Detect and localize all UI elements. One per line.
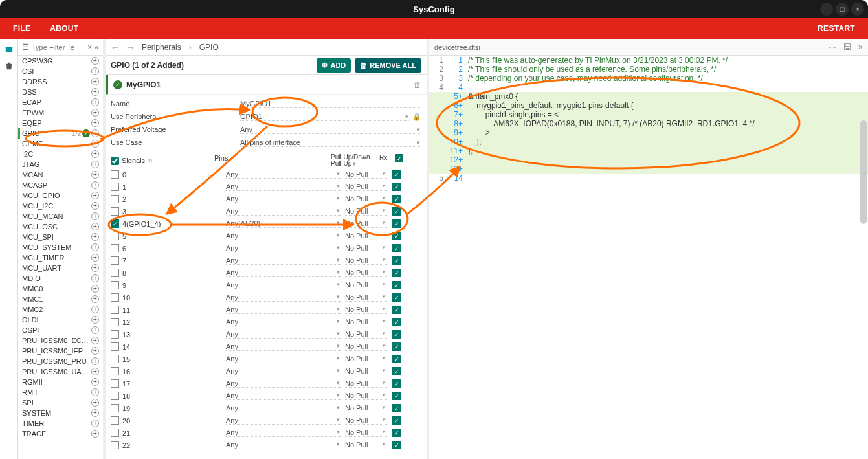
code-line[interactable]: 8+ AM62X_IOPAD(0x0188, PIN_INPUT, 7) /* … bbox=[429, 119, 868, 128]
add-instance-icon[interactable]: + bbox=[91, 150, 99, 158]
minimize-button[interactable]: – bbox=[820, 3, 833, 16]
add-instance-icon[interactable]: + bbox=[91, 316, 99, 324]
rx-checkbox[interactable] bbox=[392, 355, 401, 363]
pin-select[interactable]: Any▾ bbox=[226, 244, 342, 252]
sidebar-item-mcu_mcan[interactable]: MCU_MCAN+ bbox=[18, 211, 103, 221]
signal-checkbox[interactable] bbox=[111, 367, 119, 375]
sidebar-item-mcu_spi[interactable]: MCU_SPI+ bbox=[18, 232, 103, 242]
code-line[interactable]: 7+ pinctrl-single,pins = < bbox=[429, 110, 868, 119]
instance-name[interactable]: MyGPIO1 bbox=[126, 80, 161, 89]
usecase-select[interactable]: All pins of interface▾ bbox=[240, 139, 421, 147]
sidebar-item-jtag[interactable]: JTAG+ bbox=[18, 159, 103, 170]
pin-select[interactable]: Any▾ bbox=[226, 342, 342, 351]
voltage-select[interactable]: Any▾ bbox=[240, 126, 421, 134]
rx-checkbox[interactable] bbox=[392, 392, 401, 400]
add-instance-icon[interactable]: + bbox=[91, 202, 99, 210]
signal-checkbox[interactable] bbox=[111, 342, 119, 351]
pin-select[interactable]: Any▾ bbox=[226, 330, 342, 339]
signal-checkbox[interactable] bbox=[111, 269, 119, 277]
sort-icon[interactable]: ↑↓ bbox=[148, 157, 153, 164]
code-line[interactable]: 514 bbox=[429, 174, 868, 183]
add-button[interactable]: ⊕ADD bbox=[317, 58, 351, 73]
sidebar-item-mcasp[interactable]: MCASP+ bbox=[18, 180, 103, 190]
signal-checkbox[interactable] bbox=[111, 392, 119, 400]
sidebar-item-csi[interactable]: CSI+ bbox=[18, 66, 103, 76]
sidebar-item-ecap[interactable]: ECAP+ bbox=[18, 97, 103, 107]
signal-checkbox[interactable] bbox=[111, 219, 119, 228]
pull-select[interactable]: No Pull▾ bbox=[345, 330, 387, 339]
add-instance-icon[interactable]: + bbox=[91, 223, 99, 230]
crumb-gpio[interactable]: GPIO bbox=[199, 43, 219, 52]
close-code-icon[interactable]: × bbox=[858, 42, 863, 52]
pin-select[interactable]: Any▾ bbox=[226, 379, 342, 388]
sidebar-item-rgmii[interactable]: RGMII+ bbox=[18, 377, 103, 387]
add-instance-icon[interactable]: + bbox=[91, 119, 99, 127]
code-filename[interactable]: devicetree.dtsi bbox=[434, 43, 480, 51]
pin-select[interactable]: Any▾ bbox=[226, 429, 342, 437]
sidebar-item-mcu_gpio[interactable]: MCU_GPIO+ bbox=[18, 190, 103, 201]
add-instance-icon[interactable]: + bbox=[91, 326, 99, 334]
add-instance-icon[interactable]: + bbox=[91, 409, 99, 417]
sidebar-item-mmc1[interactable]: MMC1+ bbox=[18, 294, 103, 304]
pull-select[interactable]: No Pull▾ bbox=[345, 355, 387, 363]
code-line[interactable]: 5+&main_pmx0 { bbox=[429, 92, 868, 101]
rx-checkbox[interactable] bbox=[392, 195, 401, 203]
sidebar-item-pru_icssm0_ua…[interactable]: PRU_ICSSM0_UA…+ bbox=[18, 366, 103, 377]
signal-checkbox[interactable] bbox=[111, 306, 119, 314]
pin-select[interactable]: Any▾ bbox=[226, 256, 342, 265]
about-menu[interactable]: ABOUT bbox=[50, 24, 78, 33]
code-line[interactable]: 11+}; bbox=[429, 146, 868, 155]
add-instance-icon[interactable]: + bbox=[91, 254, 99, 262]
rx-checkbox[interactable] bbox=[392, 256, 401, 265]
signal-checkbox[interactable] bbox=[111, 207, 119, 216]
pin-select[interactable]: Any▾ bbox=[226, 392, 342, 400]
pull-select[interactable]: No Pull▾ bbox=[345, 404, 387, 412]
filter-input[interactable] bbox=[32, 43, 85, 51]
pull-select[interactable]: No Pull▾ bbox=[345, 293, 387, 302]
signal-checkbox[interactable] bbox=[111, 232, 119, 240]
signals-all-checkbox[interactable] bbox=[111, 157, 119, 165]
sidebar-item-mcu_timer[interactable]: MCU_TIMER+ bbox=[18, 252, 103, 263]
signal-checkbox[interactable] bbox=[111, 256, 119, 265]
collapse-icon[interactable]: « bbox=[95, 43, 99, 52]
pin-select[interactable]: Any▾ bbox=[226, 367, 342, 375]
sidebar-item-mmc2[interactable]: MMC2+ bbox=[18, 304, 103, 315]
pin-select[interactable]: Any▾ bbox=[226, 232, 342, 240]
pull-select[interactable]: No Pull▾ bbox=[345, 170, 387, 179]
pull-select[interactable]: No Pull▾ bbox=[345, 219, 387, 228]
rx-checkbox[interactable] bbox=[392, 429, 401, 437]
signals-header[interactable]: Signals bbox=[122, 157, 145, 164]
pin-select[interactable]: Any▾ bbox=[226, 195, 342, 203]
remove-all-button[interactable]: 🗑REMOVE ALL bbox=[355, 58, 421, 73]
pull-select[interactable]: No Pull▾ bbox=[345, 281, 387, 289]
more-icon[interactable]: ⋯ bbox=[828, 42, 836, 52]
signal-checkbox[interactable] bbox=[111, 404, 119, 412]
sidebar-item-mmc0[interactable]: MMC0+ bbox=[18, 284, 103, 294]
pull-select[interactable]: No Pull▾ bbox=[345, 256, 387, 265]
rx-checkbox[interactable] bbox=[392, 219, 401, 228]
signal-checkbox[interactable] bbox=[111, 195, 119, 203]
code-line[interactable]: 11/* This file was auto-generated by TI … bbox=[429, 56, 868, 65]
rx-checkbox[interactable] bbox=[392, 183, 401, 191]
signal-checkbox[interactable] bbox=[111, 355, 119, 363]
pull-select[interactable]: No Pull▾ bbox=[345, 392, 387, 400]
pin-select[interactable]: Any▾ bbox=[226, 416, 342, 425]
add-instance-icon[interactable]: + bbox=[91, 368, 99, 375]
pull-select[interactable]: No Pull▾ bbox=[345, 195, 387, 203]
sidebar-item-mcu_system[interactable]: MCU_SYSTEM+ bbox=[18, 242, 103, 252]
pin-select[interactable]: Any▾ bbox=[226, 207, 342, 216]
pull-select[interactable]: No Pull▾ bbox=[345, 429, 387, 437]
sidebar-item-ospi[interactable]: OSPI+ bbox=[18, 325, 103, 335]
add-instance-icon[interactable]: + bbox=[91, 67, 99, 75]
rx-checkbox[interactable] bbox=[392, 330, 401, 339]
rx-all-checkbox[interactable] bbox=[395, 154, 403, 162]
pin-select[interactable]: Any▾ bbox=[226, 183, 342, 191]
sidebar-item-system[interactable]: SYSTEM+ bbox=[18, 408, 103, 418]
sidebar-item-trace[interactable]: TRACE+ bbox=[18, 429, 103, 439]
pull-select[interactable]: No Pull▾ bbox=[345, 244, 387, 252]
add-instance-icon[interactable]: + bbox=[91, 171, 99, 179]
pull-default-select[interactable]: Pull Up bbox=[331, 161, 351, 167]
rx-checkbox[interactable] bbox=[392, 342, 401, 351]
pull-select[interactable]: No Pull▾ bbox=[345, 342, 387, 351]
signal-checkbox[interactable] bbox=[111, 244, 119, 252]
